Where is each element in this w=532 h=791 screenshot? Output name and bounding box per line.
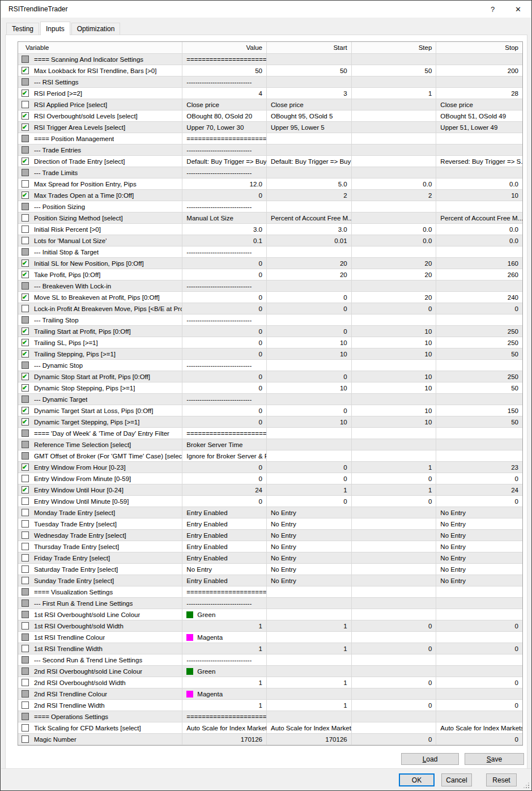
start-cell[interactable]: No Entry (267, 541, 352, 552)
start-cell[interactable]: 0 (267, 496, 352, 507)
stop-cell[interactable] (436, 609, 522, 620)
save-button[interactable]: Save (465, 753, 524, 765)
stop-cell[interactable]: 160 (436, 258, 522, 269)
start-cell[interactable]: 50 (267, 65, 352, 76)
value-cell[interactable]: Default: Buy Trigger => Buy ... (182, 156, 267, 167)
value-cell[interactable]: ------------------------------ (182, 598, 267, 609)
stop-cell[interactable] (436, 394, 522, 405)
stop-cell[interactable] (436, 360, 522, 371)
value-cell[interactable]: OBought 80, OSold 20 (182, 110, 267, 122)
table-row[interactable]: Wednesday Trade Entry [select] Entry Ena… (18, 530, 522, 541)
value-cell[interactable]: Entry Enabled (182, 530, 267, 541)
value-cell[interactable]: 1 (182, 700, 267, 711)
stop-cell[interactable]: 50 (436, 382, 522, 394)
table-row[interactable]: ==== Operations Settings ===============… (18, 711, 522, 722)
value-cell[interactable]: Entry Enabled (182, 575, 267, 586)
value-cell[interactable]: Manual Lot Size (182, 212, 267, 224)
step-cell[interactable] (352, 609, 437, 620)
optimize-checkbox[interactable] (22, 146, 29, 154)
value-cell[interactable]: Close price (182, 99, 267, 110)
start-cell[interactable] (267, 654, 352, 666)
header-variable[interactable]: Variable (18, 42, 182, 54)
stop-cell[interactable]: 0.0 (436, 224, 522, 235)
stop-cell[interactable]: 0 (436, 700, 522, 711)
stop-cell[interactable]: 24 (436, 484, 522, 496)
optimize-checkbox[interactable] (22, 214, 29, 222)
step-cell[interactable] (352, 212, 437, 224)
step-cell[interactable]: 2 (352, 190, 437, 201)
resize-grip-icon[interactable] (524, 783, 529, 788)
stop-cell[interactable]: No Entry (436, 564, 522, 575)
start-cell[interactable]: 0 (267, 371, 352, 382)
stop-cell[interactable]: No Entry (436, 507, 522, 518)
start-cell[interactable] (267, 280, 352, 292)
stop-cell[interactable] (436, 711, 522, 722)
value-cell[interactable]: 0.1 (182, 235, 267, 246)
start-cell[interactable]: 20 (267, 258, 352, 269)
step-cell[interactable] (352, 99, 437, 110)
start-cell[interactable]: 0 (267, 292, 352, 303)
table-row[interactable]: Take Profit, Pips [0:Off] 0 20 20 260 (18, 269, 522, 280)
optimize-checkbox[interactable] (22, 124, 29, 131)
step-cell[interactable] (352, 314, 437, 326)
value-cell[interactable]: Magenta (182, 688, 267, 700)
step-cell[interactable]: 10 (352, 326, 437, 337)
optimize-checkbox[interactable] (22, 135, 29, 142)
step-cell[interactable] (352, 575, 437, 586)
table-row[interactable]: Dynamic Stop Start at Profit, Pips [0:Of… (18, 371, 522, 382)
stop-cell[interactable] (436, 439, 522, 450)
value-cell[interactable]: ------------------------------ (182, 201, 267, 212)
step-cell[interactable]: 0 (352, 473, 437, 484)
stop-cell[interactable]: 0 (436, 496, 522, 507)
step-cell[interactable] (352, 201, 437, 212)
close-icon[interactable]: ✕ (505, 1, 531, 18)
value-cell[interactable]: 0 (182, 326, 267, 337)
start-cell[interactable]: 1 (267, 484, 352, 496)
optimize-checkbox[interactable] (22, 328, 29, 335)
value-cell[interactable]: 170126 (182, 734, 267, 745)
optimize-checkbox[interactable] (22, 192, 29, 199)
table-row[interactable]: Lock-in Profit At Breakeven Move, Pips [… (18, 303, 522, 314)
optimize-checkbox[interactable] (22, 305, 29, 312)
step-cell[interactable] (352, 133, 437, 144)
table-row[interactable]: Tuesday Trade Entry [select] Entry Enabl… (18, 518, 522, 530)
step-cell[interactable] (352, 586, 437, 598)
value-cell[interactable]: 0 (182, 473, 267, 484)
optimize-checkbox[interactable] (22, 169, 29, 176)
table-row[interactable]: --- RSI Settings -----------------------… (18, 76, 522, 88)
start-cell[interactable]: No Entry (267, 552, 352, 564)
table-row[interactable]: RSI Overbought/sold Levels [select] OBou… (18, 110, 522, 122)
step-cell[interactable] (352, 280, 437, 292)
step-cell[interactable]: 0.0 (352, 178, 437, 190)
table-row[interactable]: --- First Run & Trend Line Settings ----… (18, 598, 522, 609)
step-cell[interactable] (352, 156, 437, 167)
start-cell[interactable] (267, 632, 352, 643)
stop-cell[interactable] (436, 428, 522, 439)
table-row[interactable]: 1st RSI Trendline Colour Magenta (18, 632, 522, 643)
step-cell[interactable] (352, 450, 437, 462)
optimize-checkbox[interactable] (22, 203, 29, 210)
stop-cell[interactable]: No Entry (436, 541, 522, 552)
step-cell[interactable] (352, 552, 437, 564)
table-row[interactable]: ==== Visualization Settings ============… (18, 586, 522, 598)
table-row[interactable]: ==== Position Management ===============… (18, 133, 522, 144)
optimize-checkbox[interactable] (22, 701, 29, 709)
step-cell[interactable] (352, 110, 437, 122)
step-cell[interactable] (352, 598, 437, 609)
optimize-checkbox[interactable] (22, 180, 29, 188)
value-cell[interactable]: 0 (182, 269, 267, 280)
optimize-checkbox[interactable] (22, 67, 29, 74)
stop-cell[interactable]: Reversed: Buy Trigger => S... (436, 156, 522, 167)
table-row[interactable]: 2nd RSI Trendline Colour Magenta (18, 688, 522, 700)
step-cell[interactable] (352, 518, 437, 530)
value-cell[interactable]: ------------------------------ (182, 246, 267, 258)
start-cell[interactable]: 0 (267, 405, 352, 416)
table-row[interactable]: 2nd RSI Overbought/sold Line Colour Gree… (18, 666, 522, 677)
start-cell[interactable] (267, 711, 352, 722)
table-row[interactable]: --- Position Sizing --------------------… (18, 201, 522, 212)
optimize-checkbox[interactable] (22, 237, 29, 244)
start-cell[interactable] (267, 609, 352, 620)
start-cell[interactable]: 0 (267, 303, 352, 314)
start-cell[interactable]: 2 (267, 190, 352, 201)
optimize-checkbox[interactable] (22, 429, 29, 437)
